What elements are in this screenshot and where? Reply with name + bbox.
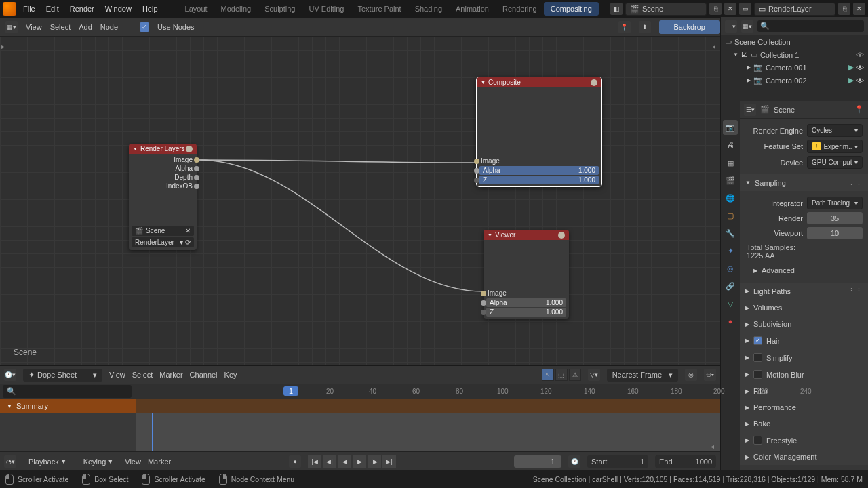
node-canvas[interactable]: ▼Render Layers Image Alpha Depth IndexOB…	[0, 37, 720, 365]
prop-tab-particle[interactable]: ✦	[723, 243, 738, 258]
box-select-icon[interactable]: ⬚	[555, 369, 568, 381]
dope-collapse-icon[interactable]: ◂	[711, 441, 717, 451]
panel-sampling[interactable]: ▼Sampling ⋮⋮	[740, 174, 868, 191]
menu-edit[interactable]: Edit	[46, 5, 59, 13]
dropdown-integrator[interactable]: Path Tracing▾	[807, 197, 863, 209]
node-scene-select[interactable]: 🎬Scene✕	[132, 226, 194, 236]
breadcrumb-scene[interactable]: Scene	[774, 106, 795, 114]
panel-simplify[interactable]: ▶Simplify	[740, 349, 868, 366]
tab-layout[interactable]: Layout	[178, 2, 214, 16]
pin-icon[interactable]: 📍	[854, 105, 864, 114]
scene-name-field[interactable]: 🎬Scene	[625, 3, 707, 16]
simplify-checkbox[interactable]	[753, 353, 762, 362]
proportional-icon[interactable]: ◎	[685, 369, 697, 381]
dropdown-feature-set[interactable]: !Experim..▾	[807, 140, 863, 153]
auto-keying-icon[interactable]: ●	[289, 455, 301, 468]
next-key-icon[interactable]: |▶	[368, 455, 381, 468]
node-header-composite[interactable]: ▼Composite	[477, 77, 601, 87]
prop-tab-world[interactable]: 🌐	[723, 190, 738, 205]
freestyle-checkbox[interactable]	[753, 436, 762, 445]
node-z-value[interactable]: Z1.000	[486, 308, 566, 317]
outliner-search[interactable]: 🔍	[757, 20, 864, 32]
pin-icon[interactable]: 📍	[618, 21, 631, 33]
panel-subdivision[interactable]: ▶Subdivision	[740, 316, 868, 332]
dopesheet-editor-type-icon[interactable]: 🕐▾	[4, 369, 16, 381]
node-alpha-value[interactable]: Alpha1.000	[479, 166, 599, 175]
dope-menu-select[interactable]: Select	[132, 371, 153, 379]
dope-menu-channel[interactable]: Channel	[190, 371, 218, 379]
options-icon[interactable]: ⋮⋮	[848, 287, 863, 296]
current-frame-input[interactable]: 1	[514, 455, 561, 468]
node-header-viewer[interactable]: ▼Viewer	[484, 230, 569, 240]
playback-editor-type-icon[interactable]: ◔▾	[4, 455, 16, 468]
playback-menu[interactable]: Playback▾	[23, 455, 71, 468]
node-menu-node[interactable]: Node	[100, 23, 118, 31]
dopesheet-mode-dropdown[interactable]: ✦Dope Sheet▾	[23, 369, 102, 382]
prop-tab-constraint[interactable]: 🔗	[723, 279, 738, 293]
preview-range-icon[interactable]: 🕐	[568, 455, 580, 468]
options-icon[interactable]: ⋮⋮	[848, 178, 863, 187]
panel-volumes[interactable]: ▶Volumes	[740, 300, 868, 316]
tab-rendering[interactable]: Rendering	[496, 2, 544, 16]
editor-type-icon[interactable]: ▦▾	[5, 21, 18, 33]
prop-tab-scene[interactable]: 🎬	[723, 173, 738, 188]
play-reverse-icon[interactable]: ◀	[338, 455, 351, 468]
tree-camera-001[interactable]: ▶📷Camera.001 ▶👁	[721, 61, 868, 74]
panel-motion-blur[interactable]: ▶Motion Blur	[740, 366, 868, 383]
prop-tab-viewlayer[interactable]: ▦	[723, 155, 738, 170]
node-alpha-value[interactable]: Alpha1.000	[486, 298, 566, 307]
node-layer-select[interactable]: RenderLayer▾ ⟳	[132, 237, 194, 247]
scene-browse-icon[interactable]: ◧	[610, 3, 623, 15]
node-menu-view[interactable]: View	[26, 23, 42, 31]
menu-window[interactable]: Window	[105, 5, 132, 13]
select-tool-icon[interactable]: ↖	[542, 369, 554, 381]
start-frame-input[interactable]: Start1	[587, 455, 648, 468]
play-icon[interactable]: ▶	[353, 455, 366, 468]
prop-tab-data[interactable]: ▽	[723, 296, 738, 311]
node-menu-add[interactable]: Add	[79, 23, 92, 31]
outliner-display-mode-icon[interactable]: ▦▾	[741, 20, 753, 33]
dopesheet-tracks[interactable]: ◂	[0, 413, 720, 454]
app-icon[interactable]	[3, 2, 16, 16]
prop-tab-material[interactable]: ●	[723, 314, 738, 329]
tab-modeling[interactable]: Modeling	[214, 2, 258, 16]
prop-editor-type-icon[interactable]: ☰▾	[744, 104, 756, 116]
menu-help[interactable]: Help	[142, 5, 158, 13]
prop-tab-render[interactable]: 📷	[723, 120, 738, 135]
prev-key-icon[interactable]: ◀|	[323, 455, 336, 468]
panel-performance[interactable]: ▶Performance	[740, 399, 868, 415]
keying-menu[interactable]: Keying▾	[78, 455, 119, 468]
snap-dropdown[interactable]: Nearest Frame▾	[607, 369, 678, 382]
input-render-samples[interactable]: 35	[807, 212, 863, 224]
node-preview-toggle[interactable]	[591, 79, 597, 86]
node-header-render-layers[interactable]: ▼Render Layers	[129, 144, 197, 154]
panel-freestyle[interactable]: ▶Freestyle	[740, 432, 868, 449]
use-nodes-checkbox[interactable]	[140, 22, 149, 32]
tab-animation[interactable]: Animation	[449, 2, 496, 16]
layer-name-field[interactable]: ▭RenderLayer	[754, 3, 835, 16]
dope-menu-view[interactable]: View	[109, 371, 125, 379]
node-preview-toggle[interactable]	[186, 146, 193, 152]
menu-file[interactable]: File	[23, 5, 35, 13]
dropdown-render-engine[interactable]: Cycles▾	[807, 124, 863, 137]
new-layer-icon[interactable]: ⎘	[838, 3, 850, 15]
panel-light-paths[interactable]: ▶Light Paths⋮⋮	[740, 283, 868, 300]
tree-scene-collection[interactable]: ▭Scene Collection	[721, 35, 868, 48]
falloff-icon[interactable]: ⦵▾	[704, 369, 716, 381]
summary-channel[interactable]: ▼Summary	[0, 399, 136, 413]
playback-menu-view[interactable]: View	[125, 458, 141, 466]
prop-tab-object[interactable]: ▢	[723, 208, 738, 223]
toolbar-collapse-icon[interactable]: ▸	[1, 41, 8, 52]
backdrop-button[interactable]: Backdrop	[659, 20, 720, 34]
panel-advanced[interactable]: ▶Advanced	[740, 262, 868, 279]
node-render-layers[interactable]: ▼Render Layers Image Alpha Depth IndexOB…	[129, 144, 197, 250]
current-frame-marker[interactable]: 1	[283, 386, 298, 396]
playhead[interactable]	[152, 413, 153, 454]
jump-start-icon[interactable]: |◀	[308, 455, 321, 468]
new-scene-icon[interactable]: ⎘	[709, 3, 722, 15]
layer-browse-icon[interactable]: ▭	[739, 3, 751, 15]
node-preview-toggle[interactable]	[558, 232, 565, 239]
tab-shading[interactable]: Shading	[408, 2, 449, 16]
panel-color-mgmt[interactable]: ▶Color Management	[740, 449, 868, 465]
prop-tab-modifier[interactable]: 🔧	[723, 226, 738, 241]
